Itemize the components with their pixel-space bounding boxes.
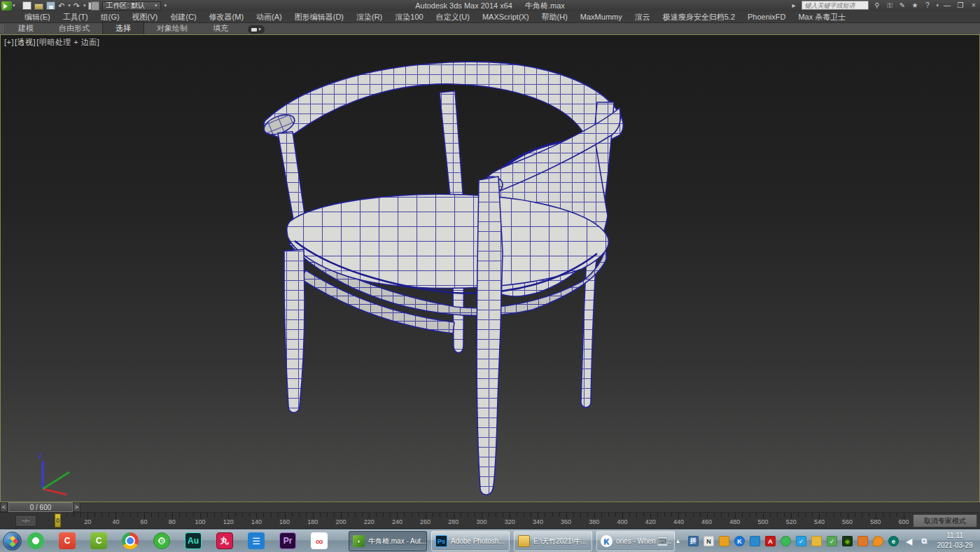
menu-item-视图(V)[interactable]: 视图(V) (126, 11, 164, 23)
menu-item-渲云[interactable]: 渲云 (629, 11, 657, 23)
wechat-launcher-icon[interactable] (27, 532, 44, 549)
menu-item-图形编辑器(D)[interactable]: 图形编辑器(D) (288, 11, 350, 23)
audition-icon[interactable]: Au (185, 532, 202, 549)
taskbar-clock[interactable]: 11:11 2021-03-29 (932, 531, 977, 551)
viewport-view-type[interactable]: [透视] (15, 38, 36, 46)
network-tray-icon[interactable]: ⧉ (919, 536, 930, 546)
save-file-icon[interactable] (46, 1, 55, 10)
mini-curve-editor-button[interactable]: ~/~ (15, 515, 36, 527)
menu-item-渲染100[interactable]: 渲染100 (388, 11, 429, 23)
menu-item-自定义(U)[interactable]: 自定义(U) (430, 11, 476, 23)
viewport-menu-plus[interactable]: [+] (4, 38, 14, 46)
ribbon-tab-自由形式[interactable]: 自由形式 (46, 22, 102, 34)
front-right-leg (477, 177, 503, 495)
project-folder-icon[interactable] (88, 2, 95, 10)
search-icon[interactable]: ⚲ (872, 1, 881, 9)
folder-tray-icon[interactable] (811, 536, 822, 546)
camtasia-icon[interactable]: C (90, 532, 107, 549)
next-frame-button[interactable]: > (73, 502, 80, 512)
perspective-viewport[interactable]: [+][透视][明暗处理 + 边面] (0, 34, 980, 502)
ruler-tick (271, 513, 272, 517)
subscription-key-icon[interactable]: ⚿ (885, 1, 894, 10)
new-scene-icon[interactable] (22, 1, 31, 10)
menu-item-PhoenixFD[interactable]: PhoenixFD (741, 12, 792, 22)
task-button[interactable]: PsAdobe Photosh... (431, 531, 510, 551)
browser-360-icon[interactable]: e (153, 532, 170, 549)
ime-mode-icon[interactable]: N (704, 536, 714, 546)
open-file-icon[interactable] (34, 4, 43, 10)
wan-app-icon[interactable]: 丸 (216, 532, 233, 549)
current-frame-marker[interactable]: 0 (55, 513, 61, 527)
search-input[interactable] (802, 1, 869, 10)
update-tray-icon[interactable] (719, 536, 729, 546)
flame-tray-icon[interactable] (873, 536, 883, 546)
ribbon-tab-对象绘制[interactable]: 对象绘制 (144, 22, 200, 34)
undo-dropdown-icon[interactable]: ▾ (68, 3, 71, 8)
acrobat-tray-icon[interactable]: A (765, 536, 776, 546)
front-left-leg (284, 249, 304, 413)
menu-item-MaxMummy[interactable]: MaxMummy (574, 12, 629, 22)
redo-icon[interactable]: ↷ (74, 1, 80, 10)
favorites-star-icon[interactable]: ★ (910, 1, 919, 9)
ruler-tick (348, 513, 349, 517)
menu-item-编辑(E)[interactable]: 编辑(E) (18, 11, 57, 23)
nvidia-tray-icon[interactable]: ◉ (842, 536, 853, 546)
ribbon-tab-选择[interactable]: 选择 (102, 22, 144, 34)
menu-item-修改器(M)[interactable]: 修改器(M) (203, 11, 251, 23)
viewport-shading-mode[interactable]: [明暗处理 + 边面] (36, 38, 99, 46)
volume-tray-icon[interactable]: ◀ (904, 536, 914, 546)
menu-item-MAXScript(X)[interactable]: MAXScript(X) (476, 12, 536, 22)
workspace-selector[interactable]: 工作区: 默认 ▾ (102, 1, 160, 11)
app360-tray-icon[interactable] (750, 536, 760, 546)
chrome-icon[interactable] (122, 532, 139, 549)
ribbon-tab-overflow[interactable]: ▾ (248, 25, 265, 34)
previous-frame-button[interactable]: < (0, 502, 8, 512)
cancel-expert-mode-button[interactable]: 取消专家模式 (913, 514, 977, 527)
hidden-icons-arrow[interactable]: ▲ (673, 536, 683, 546)
ruler-label-220: 220 (364, 518, 374, 525)
capture-tray-icon[interactable] (858, 536, 868, 546)
help-icon[interactable]: ? (923, 1, 932, 9)
premiere-icon[interactable]: Pr (279, 532, 296, 549)
menu-item-Max 杀毒卫士[interactable]: Max 杀毒卫士 (792, 11, 852, 23)
menu-item-渲染(R)[interactable]: 渲染(R) (350, 11, 388, 23)
time-slider-track[interactable] (80, 502, 980, 512)
cloud-drive-icon[interactable] (311, 532, 328, 549)
undo-icon[interactable]: ↶ (58, 1, 64, 10)
menu-item-创建(C)[interactable]: 创建(C) (164, 11, 202, 23)
application-menu-button[interactable]: ▾ (1, 1, 20, 11)
infocenter-collapse-icon[interactable]: ▸ (789, 1, 798, 9)
timeline-ruler[interactable]: 2040608010012014016018020022024026028030… (42, 513, 910, 528)
task-button[interactable]: 牛角椅.max - Aut... (349, 531, 427, 551)
menu-item-工具(T)[interactable]: 工具(T) (57, 11, 94, 23)
camtasia-recorder-icon[interactable]: C (59, 532, 76, 549)
ime-layout-icon[interactable]: 拼 (688, 536, 699, 546)
sync-tray-icon[interactable]: ✓ (796, 536, 806, 546)
toolbar-grip[interactable] (1, 25, 4, 33)
close-button[interactable]: × (969, 1, 979, 9)
minimize-button[interactable]: — (942, 1, 952, 9)
menu-item-极速瘦身安全归档5.2[interactable]: 极速瘦身安全归档5.2 (657, 11, 741, 23)
wechat-tray-icon[interactable] (780, 536, 791, 546)
menu-item-帮助(H)[interactable]: 帮助(H) (536, 11, 574, 23)
menu-item-组(G)[interactable]: 组(G) (94, 11, 126, 23)
help-dropdown-icon[interactable]: ▾ (936, 3, 939, 8)
keyboard-tray-icon[interactable]: ⌨ (657, 536, 668, 546)
ruler-tick (552, 513, 553, 517)
time-slider-handle[interactable]: 0 / 600 (8, 502, 73, 512)
ribbon-tab-建模[interactable]: 建模 (6, 22, 46, 34)
kugou-tray-icon[interactable]: K (734, 536, 745, 546)
ruler-tick (897, 513, 897, 517)
menu-item-动画(A)[interactable]: 动画(A) (250, 11, 288, 23)
toolbar-overflow-icon[interactable]: ▾ (164, 3, 167, 8)
task-button[interactable]: E:\天竹2021\牛... (514, 531, 592, 551)
usb-tray-icon[interactable]: ✓ (827, 536, 837, 546)
ie-tray-icon[interactable]: e (888, 536, 899, 546)
media-list-icon[interactable] (248, 532, 265, 549)
chair-wireframe-model[interactable] (1, 35, 980, 502)
restore-button[interactable]: ❐ (955, 1, 965, 9)
redo-dropdown-icon[interactable]: ▾ (83, 3, 86, 8)
communication-center-icon[interactable]: ✎ (897, 1, 906, 9)
ribbon-tab-填充[interactable]: 填充 (200, 22, 241, 34)
start-button[interactable] (3, 532, 22, 551)
